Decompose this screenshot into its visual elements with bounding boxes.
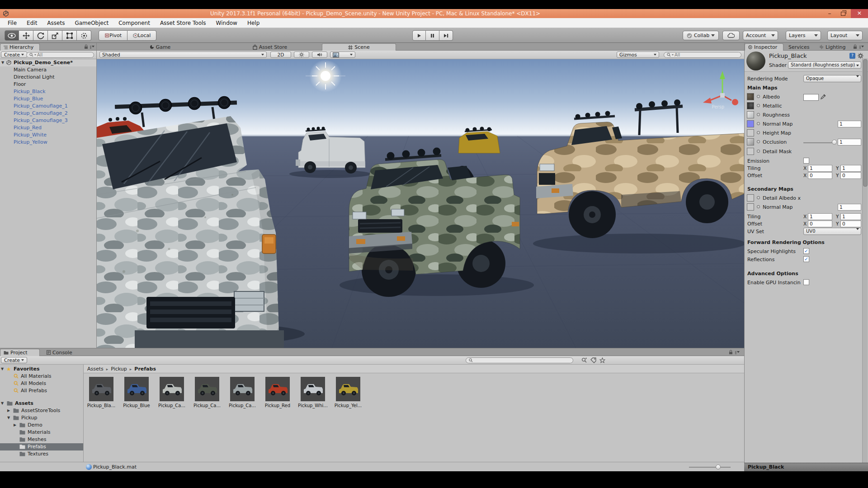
- asset-pickup-yellow[interactable]: Pickup_Yel...: [331, 377, 365, 408]
- detail-albedo-thumbnail[interactable]: [747, 194, 754, 202]
- object-picker-icon[interactable]: [757, 113, 760, 116]
- lock-icon[interactable]: [853, 44, 857, 49]
- inspector-scrollbar[interactable]: [862, 58, 868, 463]
- restore-button[interactable]: [837, 9, 849, 18]
- cloud-button[interactable]: [722, 31, 740, 40]
- hierarchy-item-pickup-blue[interactable]: Pickup_Blue: [0, 95, 96, 103]
- rendering-mode-dropdown[interactable]: Opaque: [803, 75, 861, 82]
- uv-set-dropdown[interactable]: UV0: [803, 228, 861, 235]
- asset-pickup-camouflage-3[interactable]: Pickup_Ca...: [226, 377, 259, 408]
- hierarchy-item-pickup-black[interactable]: Pickup_Black: [0, 88, 96, 95]
- scale-tool-button[interactable]: [48, 30, 62, 41]
- offset-y-field[interactable]: 0: [840, 172, 861, 179]
- favorites-root[interactable]: ▼ ★ Favorites: [0, 366, 83, 373]
- scene-search-input[interactable]: All: [664, 52, 741, 58]
- object-picker-icon[interactable]: [757, 205, 760, 208]
- favorite-all-models[interactable]: All Models: [0, 380, 83, 387]
- move-tool-button[interactable]: [19, 30, 33, 41]
- asset-pickup-camouflage-2[interactable]: Pickup_Ca...: [190, 377, 224, 408]
- secondary-offset-x-field[interactable]: 0: [808, 221, 832, 227]
- tab-project[interactable]: Project: [0, 349, 40, 356]
- hierarchy-item-pickup-white[interactable]: Pickup_White: [0, 131, 96, 139]
- foldout-open-icon[interactable]: ▼: [1, 400, 4, 407]
- layout-dropdown[interactable]: Layout: [827, 31, 863, 40]
- tab-inspector[interactable]: Inspector: [745, 43, 783, 51]
- scene-viewport[interactable]: Persp: [97, 59, 744, 348]
- secondary-offset-y-field[interactable]: 0: [840, 221, 861, 227]
- hierarchy-item-pickup-camouflage-1[interactable]: Pickup_Camouflage_1: [0, 103, 96, 110]
- hierarchy-item-floor[interactable]: Floor: [0, 81, 96, 88]
- roughness-thumbnail[interactable]: [747, 111, 754, 118]
- help-icon[interactable]: ?: [849, 53, 855, 59]
- hierarchy-item-pickup-red[interactable]: Pickup_Red: [0, 124, 96, 131]
- height-map-thumbnail[interactable]: [747, 129, 754, 136]
- tab-hierarchy[interactable]: Hierarchy: [0, 43, 40, 51]
- eyedropper-icon[interactable]: [821, 94, 826, 99]
- object-picker-icon[interactable]: [757, 150, 760, 153]
- hierarchy-scene-root[interactable]: ▼ Pickup_Demo_Scene*: [0, 59, 96, 66]
- tiling-x-field[interactable]: 1: [808, 165, 832, 172]
- menu-assets[interactable]: Assets: [42, 20, 70, 26]
- close-button[interactable]: ×: [851, 9, 868, 18]
- asset-pickup-blue[interactable]: Pickup_Blue: [120, 377, 153, 408]
- offset-x-field[interactable]: 0: [808, 172, 832, 179]
- project-create-button[interactable]: Create: [1, 357, 27, 363]
- thumbnail-zoom-slider[interactable]: [689, 467, 731, 468]
- assets-root[interactable]: ▼ Assets: [0, 400, 83, 407]
- material-preview-header[interactable]: Pickup_Black: [744, 463, 868, 471]
- tree-item-pickup[interactable]: ▼ Pickup: [0, 414, 83, 422]
- menu-window[interactable]: Window: [211, 20, 242, 26]
- layers-dropdown[interactable]: Layers: [786, 31, 821, 40]
- inspector-scrollbar-thumb[interactable]: [863, 59, 868, 187]
- object-picker-icon[interactable]: [757, 104, 760, 107]
- lock-icon[interactable]: [84, 44, 88, 49]
- hierarchy-item-directional-light[interactable]: Directional Light: [0, 74, 96, 81]
- hierarchy-item-main-camera[interactable]: Main Camera: [0, 66, 96, 74]
- normal-map-value-field[interactable]: 1: [838, 121, 861, 127]
- tab-console[interactable]: Console: [43, 349, 80, 356]
- specular-highlights-checkbox[interactable]: ✓: [803, 248, 809, 254]
- play-button[interactable]: [412, 30, 426, 41]
- favorite-all-prefabs[interactable]: All Prefabs: [0, 387, 83, 394]
- secondary-normal-thumbnail[interactable]: [747, 203, 754, 211]
- thumbnail-zoom-knob[interactable]: [716, 465, 721, 469]
- shaded-dropdown[interactable]: Shaded: [99, 52, 267, 58]
- menu-edit[interactable]: Edit: [22, 20, 42, 26]
- hierarchy-item-pickup-camouflage-3[interactable]: Pickup_Camouflage_3: [0, 117, 96, 124]
- hand-tool-button[interactable]: [5, 30, 19, 41]
- gpu-instancing-checkbox[interactable]: [803, 279, 809, 285]
- foldout-open-icon[interactable]: ▼: [1, 366, 4, 373]
- scene-lighting-toggle[interactable]: [294, 52, 309, 58]
- panel-menu-icon[interactable]: [859, 44, 864, 49]
- step-button[interactable]: [439, 30, 453, 41]
- albedo-color-swatch[interactable]: [803, 94, 819, 101]
- occlusion-value-field[interactable]: 1: [838, 139, 861, 145]
- object-picker-icon[interactable]: [757, 196, 760, 199]
- breadcrumb-prefabs[interactable]: Prefabs: [134, 366, 156, 372]
- hierarchy-item-pickup-camouflage-2[interactable]: Pickup_Camouflage_2: [0, 110, 96, 117]
- asset-pickup-camouflage-1[interactable]: Pickup_Ca...: [155, 377, 189, 408]
- menu-gameobject[interactable]: GameObject: [70, 20, 113, 26]
- tree-item-demo[interactable]: ▶ Demo: [0, 422, 83, 429]
- search-by-type-icon[interactable]: [581, 357, 587, 363]
- tree-item-meshes[interactable]: Meshes: [0, 436, 83, 443]
- object-picker-icon[interactable]: [757, 140, 760, 143]
- object-picker-icon[interactable]: [757, 95, 760, 98]
- local-button[interactable]: Local: [127, 30, 156, 41]
- normal-map-thumbnail[interactable]: [747, 120, 754, 127]
- breadcrumb-assets[interactable]: Assets: [87, 366, 104, 372]
- shader-dropdown[interactable]: Standard (Roughness setup): [788, 61, 861, 69]
- tree-item-textures[interactable]: Textures: [0, 450, 83, 458]
- occlusion-slider-knob[interactable]: [832, 140, 837, 145]
- object-picker-icon[interactable]: [757, 122, 760, 125]
- pivot-button[interactable]: Pivot: [99, 30, 127, 41]
- foldout-open-icon[interactable]: ▼: [1, 59, 4, 66]
- favorite-all-materials[interactable]: All Materials: [0, 373, 83, 380]
- menu-file[interactable]: File: [3, 20, 22, 26]
- transform-tool-button[interactable]: [77, 30, 91, 41]
- detail-mask-thumbnail[interactable]: [747, 148, 754, 155]
- breadcrumb-pickup[interactable]: Pickup: [111, 366, 127, 372]
- menu-component[interactable]: Component: [113, 20, 155, 26]
- favorite-star-icon[interactable]: [599, 357, 605, 363]
- asset-pickup-black[interactable]: Pickup_Bla...: [85, 377, 118, 408]
